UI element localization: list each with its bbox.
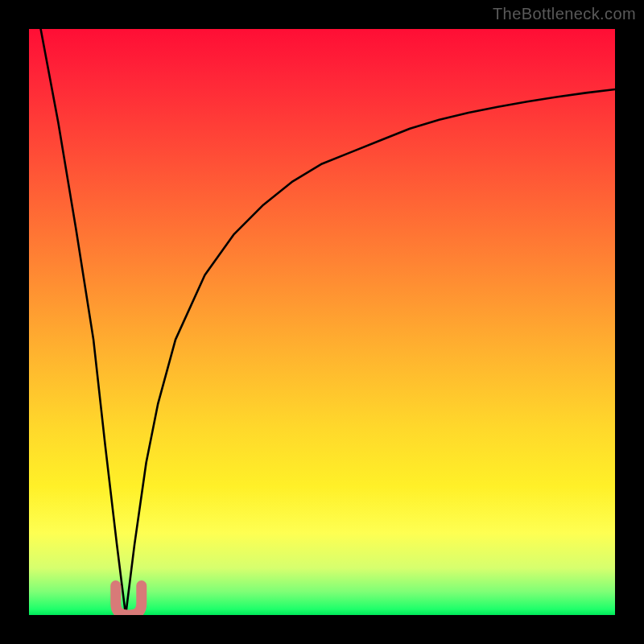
attribution-text: TheBottleneck.com [493,5,636,23]
curve-path [41,29,615,615]
chart-frame: TheBottleneck.com [0,0,644,644]
bottleneck-curve-svg [29,29,615,615]
plot-area [29,29,615,615]
